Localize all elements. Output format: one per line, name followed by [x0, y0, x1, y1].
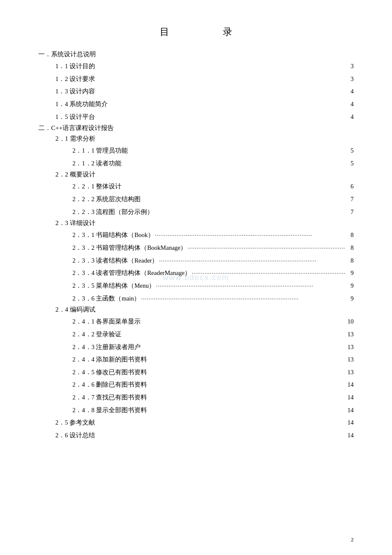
toc-entry-sec2-6: 2．6 设计总结14 — [38, 430, 354, 441]
toc-entry-sec1-3: 1．3 设计内容4 — [38, 86, 354, 97]
entry-page: 7 — [345, 207, 354, 217]
toc-entry-sec2-4-4: 2．4．4 添加新的图书资料13 — [38, 354, 354, 365]
toc-entry-sec2-3: 2．3 详细设计 — [38, 219, 354, 227]
entry-page: 8 — [345, 243, 354, 253]
entry-page: 14 — [345, 430, 354, 441]
entry-label: 2．4．3 注册新读者用户 — [72, 342, 141, 353]
entry-page: 8 — [345, 255, 354, 266]
entry-page: 3 — [345, 61, 354, 72]
toc-entry-sec2-3-1: 2．3．1 书籍结构体（Book）·······················… — [38, 230, 354, 240]
toc-entry-sec2-3-3: 2．3．3 读者结构体（Reader）·····················… — [38, 255, 354, 266]
entry-label: 2．2．3 流程图（部分示例） — [72, 207, 153, 217]
entry-page: 4 — [345, 86, 354, 97]
entry-page: 14 — [345, 405, 354, 416]
entry-page: 4 — [345, 112, 354, 122]
entry-page: 14 — [345, 379, 354, 390]
toc-entry-sec1-4: 1．4 系统功能简介4 — [38, 99, 354, 110]
entry-label: 2．4．2 登录验证 — [72, 329, 121, 340]
entry-label: 1．5 设计平台 — [55, 112, 95, 122]
entry-label: 1．3 设计内容 — [55, 86, 95, 97]
entry-dots: ········································… — [140, 294, 345, 304]
toc-entry-sec2-2-2: 2．2．2 系统层次结构图7 — [38, 194, 354, 205]
toc-entry-sec2-1-1: 2．1．1 管理员功能5 — [38, 145, 354, 156]
entry-page: 5 — [345, 145, 354, 156]
entry-page: 14 — [345, 417, 354, 428]
toc-container: 一．系统设计总说明1．1 设计目的31．2 设计要求31．3 设计内容41．4 … — [38, 50, 354, 441]
entry-dots: ········································… — [154, 231, 345, 240]
entry-page: 13 — [345, 342, 354, 353]
entry-label: 2．4．8 显示全部图书资料 — [72, 405, 147, 416]
entry-label: 2．1．1 管理员功能 — [72, 145, 128, 156]
toc-entry-sec2-4-7: 2．4．7 查找已有图书资料14 — [38, 392, 354, 403]
entry-label: 1．1 设计目的 — [55, 61, 95, 72]
entry-page: 5 — [345, 158, 354, 169]
entry-page: 10 — [345, 316, 354, 327]
toc-entry-sec2-header: 二．C++语言课程设计报告 — [38, 124, 354, 132]
toc-entry-sec2-4-8: 2．4．8 显示全部图书资料14 — [38, 405, 354, 416]
toc-entry-sec2-1-2: 2．1．2 读者功能5 — [38, 158, 354, 169]
entry-dots: ········································… — [155, 281, 345, 291]
toc-entry-sec2-3-2: 2．3．2 书籍管理结构体（BookManage）···············… — [38, 243, 354, 253]
entry-page: 7 — [345, 194, 354, 205]
entry-label: 2．2．1 整体设计 — [72, 181, 121, 192]
toc-entry-sec2-2-1: 2．2．1 整体设计6 — [38, 181, 354, 192]
entry-label: 2．4．6 删除已有图书资料 — [72, 379, 147, 390]
entry-page: 9 — [345, 293, 354, 304]
entry-label: 2．3．4 读者管理结构体（ReaderManage） — [72, 268, 191, 278]
entry-label: 2．4．1 各界面菜单显示 — [72, 316, 141, 327]
entry-page: 13 — [345, 367, 354, 378]
entry-page: 3 — [345, 74, 354, 84]
toc-entry-sec2-4-6: 2．4．6 删除已有图书资料14 — [38, 379, 354, 390]
entry-page: 13 — [345, 354, 354, 365]
entry-page: 8 — [345, 230, 354, 240]
entry-page: 9 — [345, 280, 354, 291]
page: www.bdocx.com 目 录 一．系统设计总说明1．1 设计目的31．2 … — [0, 0, 392, 555]
entry-label: 2．4．4 添加新的图书资料 — [72, 354, 147, 365]
entry-page: 4 — [345, 99, 354, 110]
entry-label: 2．4．5 修改已有图书资料 — [72, 367, 147, 378]
entry-page: 13 — [345, 329, 354, 340]
entry-label: 2．3．5 菜单结构体（Menu） — [72, 280, 155, 291]
entry-label: 2．1．2 读者功能 — [72, 158, 121, 169]
toc-entry-sec2-2: 2．2 概要设计 — [38, 171, 354, 179]
entry-label: 2．3．3 读者结构体（Reader） — [72, 255, 158, 266]
toc-entry-sec2-1: 2．1 需求分析 — [38, 135, 354, 143]
entry-label: 2．2．2 系统层次结构图 — [72, 194, 141, 205]
toc-entry-sec2-3-5: 2．3．5 菜单结构体（Menu）·······················… — [38, 280, 354, 291]
toc-title: 目 录 — [38, 26, 354, 38]
entry-page: 14 — [345, 392, 354, 403]
entry-dots: ········································… — [187, 243, 346, 253]
entry-label: 1．4 系统功能简介 — [55, 99, 108, 110]
toc-entry-sec2-4-2: 2．4．2 登录验证13 — [38, 329, 354, 340]
entry-page: 6 — [345, 181, 354, 192]
toc-entry-sec1-2: 1．2 设计要求3 — [38, 74, 354, 84]
entry-label: 2．4．7 查找已有图书资料 — [72, 392, 147, 403]
entry-dots: ········································… — [191, 269, 345, 278]
toc-entry-sec1-header: 一．系统设计总说明 — [38, 50, 354, 58]
entry-label: 2．3．2 书籍管理结构体（BookManage） — [72, 243, 187, 253]
toc-entry-sec2-4-3: 2．4．3 注册新读者用户13 — [38, 342, 354, 353]
entry-page: 9 — [345, 268, 354, 278]
toc-entry-sec2-4: 2．4 编码调试 — [38, 306, 354, 314]
toc-entry-sec2-5: 2．5 参考文献14 — [38, 417, 354, 428]
toc-entry-sec1-1: 1．1 设计目的3 — [38, 61, 354, 72]
toc-entry-sec2-4-1: 2．4．1 各界面菜单显示10 — [38, 316, 354, 327]
entry-label: 2．3．6 主函数（main） — [72, 293, 140, 304]
entry-label: 1．2 设计要求 — [55, 74, 95, 84]
toc-entry-sec2-3-4: 2．3．4 读者管理结构体（ReaderManage）·············… — [38, 268, 354, 278]
entry-label: 2．3．1 书籍结构体（Book） — [72, 230, 154, 240]
page-number: 2 — [351, 536, 354, 543]
entry-dots: ········································… — [158, 256, 345, 266]
toc-entry-sec2-4-5: 2．4．5 修改已有图书资料13 — [38, 367, 354, 378]
toc-entry-sec2-3-6: 2．3．6 主函数（main）·························… — [38, 293, 354, 304]
entry-label: 2．5 参考文献 — [55, 417, 95, 428]
toc-entry-sec2-2-3: 2．2．3 流程图（部分示例）7 — [38, 207, 354, 217]
toc-entry-sec1-5: 1．5 设计平台4 — [38, 112, 354, 122]
entry-label: 2．6 设计总结 — [55, 430, 95, 441]
